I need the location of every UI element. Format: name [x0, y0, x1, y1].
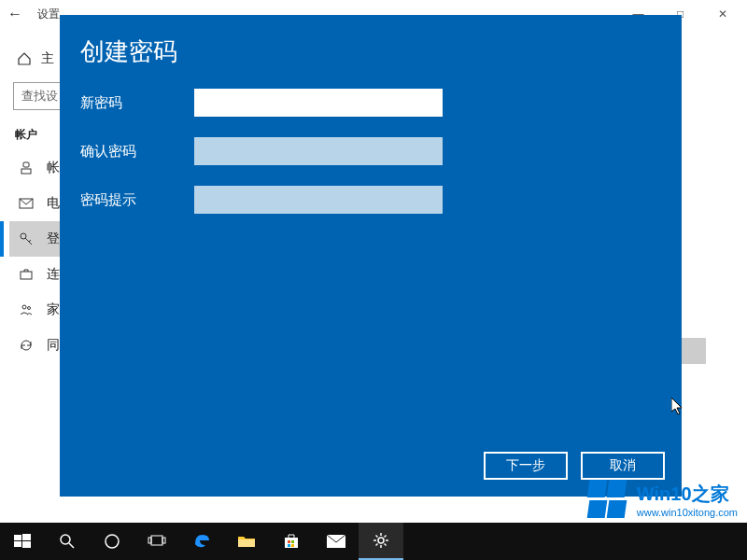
- taskview-icon: [148, 532, 166, 551]
- field-label: 新密码: [80, 94, 194, 112]
- svg-line-32: [385, 536, 387, 538]
- sidebar-item-label: 同: [47, 337, 60, 354]
- taskbar-start[interactable]: [0, 523, 45, 560]
- search-placeholder: 查找设: [21, 88, 58, 105]
- folder-icon: [237, 532, 256, 551]
- svg-point-13: [106, 535, 119, 548]
- home-label: 主: [41, 50, 54, 67]
- svg-rect-21: [288, 544, 290, 547]
- watermark: Win10之家 www.win10xitong.com: [588, 480, 738, 519]
- windows-logo-icon: [588, 480, 627, 519]
- svg-point-6: [28, 307, 31, 310]
- sidebar-item-label: 帐: [47, 160, 60, 176]
- gear-icon: [372, 531, 390, 550]
- dialog-title: 创建密码: [80, 35, 682, 68]
- svg-rect-0: [23, 162, 29, 167]
- svg-rect-17: [238, 539, 255, 547]
- dialog-buttons: 下一步 取消: [484, 452, 665, 480]
- key-icon: [19, 231, 34, 246]
- svg-rect-10: [22, 541, 31, 548]
- next-button[interactable]: 下一步: [484, 452, 568, 480]
- svg-line-29: [376, 536, 378, 538]
- search-icon: [58, 532, 77, 551]
- sidebar-item-label: 连: [47, 266, 60, 283]
- svg-line-12: [69, 543, 74, 548]
- taskbar-search[interactable]: [45, 523, 90, 560]
- taskbar: [0, 523, 747, 560]
- taskbar-store[interactable]: [269, 523, 314, 560]
- password-hint-input[interactable]: [194, 186, 443, 214]
- svg-point-5: [22, 305, 26, 309]
- taskbar-settings[interactable]: [359, 523, 403, 560]
- taskbar-explorer[interactable]: [224, 523, 269, 560]
- taskbar-edge[interactable]: [179, 523, 224, 560]
- svg-rect-7: [14, 535, 21, 540]
- svg-line-30: [385, 544, 387, 546]
- svg-rect-22: [291, 544, 294, 547]
- create-password-dialog: 创建密码 新密码 确认密码 密码提示 下一步 取消: [60, 15, 682, 497]
- sidebar-item-label: 电: [47, 195, 60, 212]
- svg-point-11: [61, 535, 70, 544]
- svg-line-31: [376, 544, 378, 546]
- people-icon: [19, 302, 34, 317]
- svg-rect-8: [22, 534, 31, 540]
- windows-icon: [13, 532, 32, 551]
- svg-rect-9: [14, 541, 21, 547]
- home-icon: [17, 51, 32, 66]
- account-icon: [19, 161, 34, 175]
- confirm-password-input[interactable]: [194, 137, 443, 165]
- taskbar-cortana[interactable]: [90, 523, 134, 560]
- new-password-input[interactable]: [194, 89, 443, 117]
- sync-icon: [19, 338, 34, 353]
- svg-point-24: [378, 538, 384, 543]
- field-confirm-password: 确认密码: [80, 137, 682, 165]
- svg-rect-1: [21, 169, 31, 174]
- cancel-button[interactable]: 取消: [581, 452, 665, 480]
- watermark-brand: Win10之家: [637, 482, 738, 507]
- mail-icon: [19, 196, 34, 211]
- briefcase-icon: [19, 267, 34, 282]
- cortana-icon: [103, 532, 121, 551]
- field-new-password: 新密码: [80, 89, 682, 117]
- watermark-url: www.win10xitong.com: [637, 507, 738, 518]
- taskbar-taskview[interactable]: [134, 523, 179, 560]
- back-button[interactable]: ←: [4, 6, 26, 22]
- field-password-hint: 密码提示: [80, 186, 682, 214]
- svg-rect-20: [291, 540, 294, 543]
- sidebar-item-label: 家: [47, 301, 60, 318]
- svg-rect-16: [162, 538, 165, 543]
- window-title: 设置: [37, 7, 60, 22]
- svg-rect-19: [288, 540, 290, 543]
- svg-rect-14: [151, 536, 162, 545]
- svg-rect-15: [148, 538, 151, 543]
- store-icon: [282, 532, 301, 551]
- field-label: 确认密码: [80, 143, 194, 161]
- field-label: 密码提示: [80, 191, 194, 209]
- sidebar-item-label: 登: [47, 231, 60, 247]
- close-button[interactable]: ✕: [701, 0, 743, 28]
- svg-rect-4: [21, 272, 32, 279]
- taskbar-mail[interactable]: [314, 523, 359, 560]
- edge-icon: [192, 532, 211, 551]
- settings-window: ← 设置 — □ ✕ 主 查找设 帐户 帐 电 登 连: [0, 0, 747, 560]
- mail-icon: [327, 532, 345, 551]
